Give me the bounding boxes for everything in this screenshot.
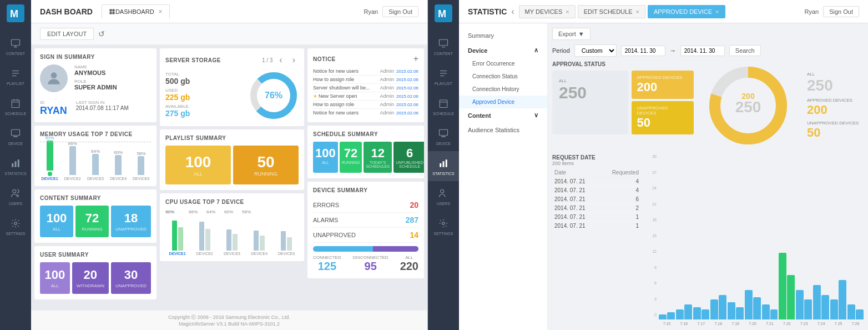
nav-connection-history[interactable]: Connection History	[459, 83, 547, 96]
sidebar-item-users[interactable]: USERS	[0, 181, 31, 211]
tab-edit-schedule-close[interactable]: ×	[636, 8, 639, 15]
content-all-box: 100 ALL	[40, 206, 73, 237]
right-signout-button[interactable]: Sign Out	[823, 6, 859, 17]
playlist-running-box: 50 RUNNING	[233, 146, 299, 184]
refresh-button[interactable]: ↺	[98, 29, 105, 38]
bar-group-10	[830, 280, 846, 319]
tab-edit-schedule[interactable]: EDIT SCHEDULE ×	[578, 5, 645, 18]
storage-available: 275 gb	[165, 109, 242, 118]
user-unapproved-label: UNAPPROVED	[115, 283, 147, 288]
chart-bar-8	[728, 302, 735, 319]
content-unapproved-box: 18 UNAPPROVED	[111, 206, 151, 237]
sidebar-item-schedule[interactable]: SCHEDULE	[0, 91, 31, 121]
device-errors-value: 20	[410, 201, 418, 209]
storage-next[interactable]: ›	[289, 54, 299, 66]
notice-add-button[interactable]: +	[413, 54, 418, 64]
signout-button[interactable]: Sign Out	[382, 6, 418, 17]
storage-used-row: USED 225 gb	[165, 88, 242, 102]
nav-connection-status[interactable]: Connection Status	[459, 70, 547, 83]
svg-rect-16	[18, 159, 19, 167]
storage-percent: 76%	[265, 91, 282, 101]
search-button[interactable]: Search	[729, 45, 761, 56]
approval-approved-box: APPROVED DEVICES 200	[632, 71, 694, 99]
right-sidebar-content[interactable]: CONTENT	[428, 31, 459, 61]
period-select[interactable]: Custom	[574, 44, 617, 57]
right-sidebar-schedule[interactable]: SCHEDULE	[428, 91, 459, 121]
nav-content[interactable]: Content ∨	[459, 108, 547, 122]
notice-admin-5: Admin	[380, 102, 394, 107]
nav-audience[interactable]: Audience Statistics	[459, 122, 547, 138]
right-sidebar-statistics[interactable]: STATISTICS	[428, 151, 459, 181]
right-sidebar-device[interactable]: DEVICE	[428, 121, 459, 151]
table-row: 2014. 07. 214	[552, 186, 641, 195]
sidebar-item-content[interactable]: CONTENT	[0, 31, 31, 61]
tab-approved-device-close[interactable]: ×	[715, 8, 719, 15]
right-logo: M	[435, 4, 452, 22]
svg-rect-33	[440, 100, 447, 108]
right-sidebar-playlist[interactable]: PLAYLIST	[428, 61, 459, 91]
cpu-bar-4a	[254, 231, 259, 251]
chart-bar-7	[719, 295, 726, 319]
nav-summary[interactable]: Summary	[459, 28, 547, 43]
sched-all-box: 100 ALL	[313, 142, 338, 173]
device-alarms-value: 287	[406, 216, 418, 224]
th-date: Date	[552, 168, 599, 177]
right-device-label: DEVICE	[436, 142, 451, 146]
sidebar-item-playlist[interactable]: PLAYLIST	[0, 61, 31, 91]
approval-status-title: APPROVAL STATUS	[552, 61, 694, 67]
right-sidebar-users[interactable]: USERS	[428, 181, 459, 211]
user-all-num: 100	[44, 268, 65, 282]
all-value: 220	[400, 260, 418, 273]
dashboard-tab-icon	[109, 8, 115, 15]
storage-used: 225 gb	[165, 93, 242, 102]
bars-container	[659, 154, 864, 320]
content-all-label: ALL	[44, 227, 69, 232]
export-button[interactable]: Export ▼	[552, 28, 591, 40]
nav-error-occurrence[interactable]: Error Occurrence	[459, 57, 547, 70]
nav-device-label: Device	[468, 47, 487, 54]
device-alarms-label: ALARMS	[313, 217, 406, 223]
svg-point-17	[13, 189, 16, 193]
toolbar: EDIT LAYOUT ↺	[31, 23, 427, 45]
back-button[interactable]: ‹	[511, 7, 514, 17]
period-from-input[interactable]	[621, 46, 665, 56]
notice-text-1: Notice for new users	[313, 68, 377, 74]
right-content-label: CONTENT	[434, 52, 453, 56]
nav-approved-device[interactable]: Approved Device	[459, 96, 547, 108]
tab-my-devices[interactable]: MY DEVICES ×	[519, 5, 576, 18]
bar-label-10: 7.25	[830, 322, 846, 326]
nav-device[interactable]: Device ∧	[459, 43, 547, 57]
period-to-input[interactable]	[680, 46, 725, 56]
svg-rect-21	[109, 12, 112, 14]
notice-date-2: 2015.02.06	[396, 77, 418, 82]
playlist-running-num: 50	[239, 153, 293, 171]
dashboard-tab-close[interactable]: ×	[159, 8, 163, 16]
approval-boxes: ALL 250 APPROVED DEVICES 200 UNAPP	[552, 71, 694, 134]
sidebar-item-settings[interactable]: SETTINGS	[0, 211, 31, 241]
right-settings-label: SETTINGS	[433, 232, 453, 236]
bar-group-9	[813, 285, 829, 319]
notice-row-2: How to assign role Admin 2015.02.06	[313, 76, 418, 84]
sidebar-item-device[interactable]: DEVICE	[0, 121, 31, 151]
tab-approved-device[interactable]: APPROVED DEVICE ×	[648, 5, 725, 18]
dashboard-tab[interactable]: DASHBOARD ×	[102, 4, 170, 19]
rs-unapproved-label: UNAPPROVED DEVICES	[807, 121, 859, 126]
schedule-icon	[9, 97, 22, 110]
left-sidebar: M CONTENT PLAYLIST SCHEDULE DEVICE	[0, 0, 31, 330]
notice-row-6: Notice for new users Admin 2015.02.06	[313, 109, 418, 117]
cpu-bar-4b	[260, 236, 265, 251]
right-sidebar-settings[interactable]: SETTINGS	[428, 211, 459, 241]
schedule-boxes: 100 ALL 72 RUNNING 12 TODAY'S SCHEDULES	[313, 142, 418, 173]
sidebar-item-statistics[interactable]: STATISTICS	[0, 151, 31, 181]
storage-prev[interactable]: ‹	[276, 54, 285, 66]
edit-layout-button[interactable]: EDIT LAYOUT	[40, 28, 94, 40]
right-device-icon	[437, 127, 450, 140]
tab-my-devices-close[interactable]: ×	[566, 8, 569, 15]
connected-value: 125	[313, 260, 341, 273]
chart-bar-10	[745, 290, 753, 319]
user-withdrawn-label: WITHDRAWN	[77, 283, 104, 288]
chart-bar-12	[762, 304, 770, 319]
sched-unpub-label: UNPUBLISHED SCHEDULE	[396, 161, 423, 168]
bar-label-11: 7.26	[847, 322, 864, 326]
svg-rect-35	[440, 129, 448, 136]
